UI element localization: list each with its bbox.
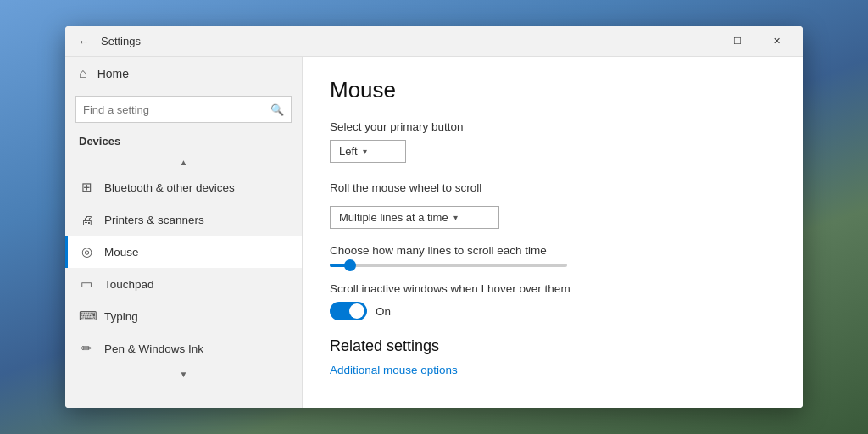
back-button[interactable]: ← bbox=[72, 30, 96, 53]
sidebar-item-home[interactable]: ⌂ Home bbox=[65, 57, 302, 91]
search-input[interactable] bbox=[83, 103, 265, 116]
sidebar-item-bluetooth-label: Bluetooth & other devices bbox=[104, 181, 235, 194]
sidebar-item-touchpad-label: Touchpad bbox=[104, 278, 154, 291]
titlebar: ← Settings ─ ☐ ✕ bbox=[65, 26, 803, 57]
toggle-knob bbox=[349, 303, 364, 319]
window-title: Settings bbox=[101, 35, 679, 47]
scroll-label: Roll the mouse wheel to scroll bbox=[330, 181, 776, 194]
bluetooth-icon: ⊞ bbox=[79, 180, 94, 195]
sidebar-scroll-up[interactable]: ▲ bbox=[65, 153, 302, 171]
settings-window: ← Settings ─ ☐ ✕ ⌂ Home 🔍 Devices ▲ ⊞ bbox=[65, 26, 803, 408]
window-controls: ─ ☐ ✕ bbox=[679, 26, 796, 57]
sidebar-item-mouse-label: Mouse bbox=[104, 246, 139, 259]
close-button[interactable]: ✕ bbox=[757, 26, 796, 57]
scroll-chevron-icon: ▾ bbox=[453, 213, 458, 222]
search-box[interactable]: 🔍 bbox=[75, 96, 292, 123]
toggle-row: On bbox=[330, 302, 776, 320]
mouse-icon: ◎ bbox=[79, 244, 94, 259]
related-settings-title: Related settings bbox=[330, 337, 776, 355]
sidebar-section-devices: Devices bbox=[65, 131, 302, 153]
content-area: ⌂ Home 🔍 Devices ▲ ⊞ Bluetooth & other d… bbox=[65, 57, 803, 408]
primary-button-value: Left bbox=[339, 145, 358, 158]
typing-icon: ⌨ bbox=[79, 309, 94, 324]
slider-track bbox=[330, 264, 567, 267]
sidebar-scroll-down[interactable]: ▼ bbox=[65, 364, 302, 383]
maximize-button[interactable]: ☐ bbox=[718, 26, 757, 57]
additional-mouse-options-link[interactable]: Additional mouse options bbox=[330, 364, 458, 376]
search-icon: 🔍 bbox=[270, 103, 284, 116]
sidebar-item-mouse[interactable]: ◎ Mouse bbox=[65, 236, 302, 268]
primary-button-label: Select your primary button bbox=[330, 120, 776, 133]
sidebar-item-touchpad[interactable]: ▭ Touchpad bbox=[65, 268, 302, 300]
inactive-scroll-toggle[interactable] bbox=[330, 302, 367, 320]
main-content: Mouse Select your primary button Left ▾ … bbox=[303, 57, 803, 408]
printer-icon: 🖨 bbox=[79, 213, 94, 227]
scroll-value: Multiple lines at a time bbox=[339, 211, 448, 224]
pen-icon: ✏ bbox=[79, 341, 94, 356]
primary-button-dropdown[interactable]: Left ▾ bbox=[330, 140, 406, 163]
scroll-dropdown[interactable]: Multiple lines at a time ▾ bbox=[330, 206, 499, 229]
lines-slider[interactable] bbox=[330, 264, 567, 267]
sidebar-item-pen-label: Pen & Windows Ink bbox=[104, 342, 203, 355]
page-title: Mouse bbox=[330, 77, 776, 103]
home-icon: ⌂ bbox=[79, 66, 87, 81]
touchpad-icon: ▭ bbox=[79, 276, 94, 292]
primary-button-chevron-icon: ▾ bbox=[363, 147, 367, 156]
sidebar-item-typing-label: Typing bbox=[104, 310, 138, 323]
minimize-button[interactable]: ─ bbox=[679, 26, 718, 57]
sidebar: ⌂ Home 🔍 Devices ▲ ⊞ Bluetooth & other d… bbox=[65, 57, 303, 408]
sidebar-item-typing[interactable]: ⌨ Typing bbox=[65, 300, 302, 332]
inactive-scroll-label: Scroll inactive windows when I hover ove… bbox=[330, 282, 776, 295]
home-label: Home bbox=[97, 67, 129, 81]
slider-thumb[interactable] bbox=[344, 259, 356, 271]
lines-label: Choose how many lines to scroll each tim… bbox=[330, 244, 776, 257]
toggle-state-label: On bbox=[376, 305, 391, 318]
sidebar-scroll-area: ▲ ⊞ Bluetooth & other devices 🖨 Printers… bbox=[65, 153, 302, 408]
sidebar-item-printers-label: Printers & scanners bbox=[104, 214, 204, 226]
sidebar-item-pen[interactable]: ✏ Pen & Windows Ink bbox=[65, 332, 302, 364]
sidebar-item-bluetooth[interactable]: ⊞ Bluetooth & other devices bbox=[65, 171, 302, 203]
sidebar-item-printers[interactable]: 🖨 Printers & scanners bbox=[65, 203, 302, 236]
